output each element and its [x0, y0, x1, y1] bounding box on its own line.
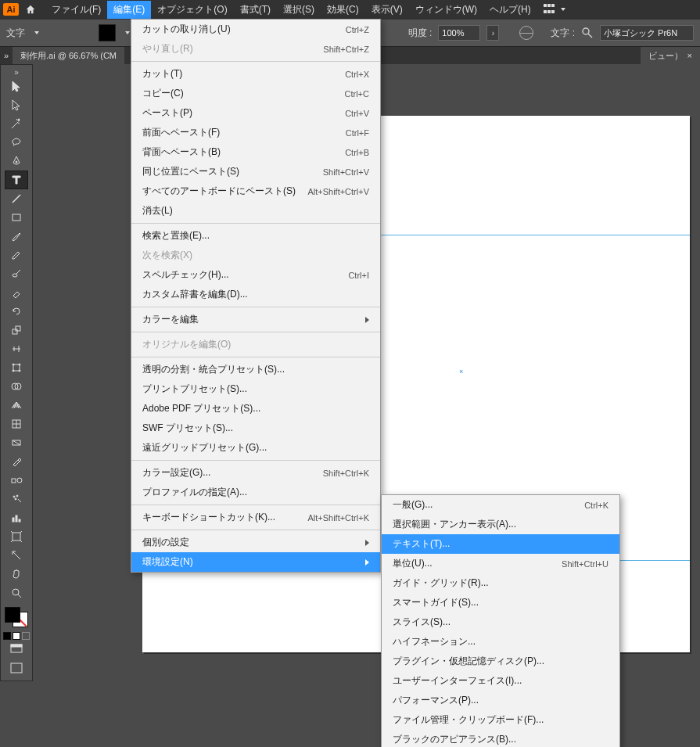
menu-effect[interactable]: 効果(C): [321, 1, 365, 19]
menu-select[interactable]: 選択(S): [277, 1, 321, 19]
document-tab-secondary[interactable]: ビュー） ×: [641, 47, 700, 64]
menu-item[interactable]: 個別の設定: [131, 533, 380, 552]
gradient-tool[interactable]: [5, 433, 28, 452]
svg-point-13: [19, 370, 20, 372]
screen-mode-tool[interactable]: [5, 640, 28, 659]
chevron-down-icon[interactable]: [125, 31, 130, 34]
menu-item-label: カスタム辞書を編集(D)...: [142, 288, 248, 301]
close-icon[interactable]: ×: [687, 51, 692, 60]
menu-item[interactable]: 検索と置換(E)...: [131, 226, 380, 246]
fill-color-swatch[interactable]: [99, 24, 116, 41]
eyedropper-tool[interactable]: [5, 452, 28, 471]
menu-item[interactable]: プロファイルの指定(A)...: [131, 483, 380, 502]
menu-edit[interactable]: 編集(E): [107, 1, 151, 19]
search-icon[interactable]: [581, 27, 594, 39]
menu-view[interactable]: 表示(V): [365, 1, 409, 19]
selection-tool[interactable]: [5, 77, 28, 95]
menu-item[interactable]: 遠近グリッドプリセット(G)...: [131, 438, 380, 458]
menu-item[interactable]: 背面へペースト(B)Ctrl+B: [131, 142, 380, 162]
menu-item[interactable]: コピー(C)Ctrl+C: [131, 84, 380, 103]
menu-item[interactable]: カットの取り消し(U)Ctrl+Z: [131, 20, 380, 39]
artboard-tool[interactable]: [5, 527, 28, 546]
document-tab[interactable]: 刺作用.ai @ 66.67% (CM: [13, 47, 124, 64]
blob-brush-tool[interactable]: [5, 264, 28, 283]
shape-builder-tool[interactable]: [5, 377, 28, 396]
menu-item[interactable]: 同じ位置にペースト(S)Shift+Ctrl+V: [131, 162, 380, 181]
menu-item[interactable]: カスタム辞書を編集(D)...: [131, 285, 380, 304]
menu-item[interactable]: カット(T)Ctrl+X: [131, 64, 380, 84]
menu-item[interactable]: ブラックのアピアランス(B)...: [382, 730, 619, 747]
menu-item[interactable]: 消去(L): [131, 201, 380, 221]
opacity-step-button[interactable]: ›: [486, 25, 499, 41]
eraser-tool[interactable]: [5, 283, 28, 302]
color-none-icon[interactable]: [22, 632, 30, 640]
change-screen-tool[interactable]: [5, 659, 28, 677]
blend-tool[interactable]: [5, 471, 28, 490]
menu-item[interactable]: ハイフネーション...: [382, 632, 619, 652]
paintbrush-tool[interactable]: [5, 227, 28, 246]
menu-item[interactable]: パフォーマンス(P)...: [382, 691, 619, 710]
lasso-tool[interactable]: [5, 133, 28, 152]
menu-item[interactable]: スライス(S)...: [382, 612, 619, 632]
mesh-tool[interactable]: [5, 415, 28, 433]
menu-item[interactable]: スペルチェック(H)...Ctrl+I: [131, 265, 380, 285]
line-tool[interactable]: [5, 189, 28, 208]
svg-rect-7: [13, 329, 17, 334]
rotate-tool[interactable]: [5, 302, 28, 321]
menu-item[interactable]: カラーを編集: [131, 310, 380, 329]
menu-item[interactable]: Adobe PDF プリセット(S)...: [131, 399, 380, 418]
color-normal-icon[interactable]: [3, 632, 11, 640]
color-gradient-icon[interactable]: [13, 632, 20, 640]
scale-tool[interactable]: [5, 321, 28, 339]
hand-tool[interactable]: [5, 565, 28, 584]
menu-item[interactable]: ガイド・グリッド(R)...: [382, 573, 619, 593]
svg-point-10: [13, 364, 14, 365]
globe-icon[interactable]: [519, 26, 533, 40]
zoom-tool[interactable]: [5, 584, 28, 602]
pencil-tool[interactable]: [5, 246, 28, 264]
symbol-sprayer-tool[interactable]: [5, 490, 28, 508]
menu-item[interactable]: 透明の分割・統合プリセット(S)...: [131, 360, 380, 379]
rectangle-tool[interactable]: [5, 208, 28, 227]
slice-tool[interactable]: [5, 546, 28, 565]
column-graph-tool[interactable]: [5, 508, 28, 527]
magic-wand-tool[interactable]: [5, 114, 28, 133]
menu-item[interactable]: スマートガイド(S)...: [382, 593, 619, 612]
menu-item[interactable]: ユーザーインターフェイス(I)...: [382, 671, 619, 691]
chevron-down-icon[interactable]: [34, 31, 39, 34]
tabs-scroll-icon[interactable]: »: [0, 51, 13, 60]
opacity-input[interactable]: [438, 25, 480, 41]
width-tool[interactable]: [5, 339, 28, 358]
pen-tool[interactable]: [5, 152, 28, 171]
menu-item[interactable]: キーボードショートカット(K)...Alt+Shift+Ctrl+K: [131, 508, 380, 527]
menu-item[interactable]: プリントプリセット(S)...: [131, 379, 380, 399]
menu-item[interactable]: すべてのアートボードにペースト(S)Alt+Shift+Ctrl+V: [131, 181, 380, 201]
menu-item[interactable]: 環境設定(N): [131, 552, 380, 572]
menu-item[interactable]: プラグイン・仮想記憶ディスク(P)...: [382, 652, 619, 671]
menu-object[interactable]: オブジェクト(O): [151, 1, 233, 19]
svg-point-22: [15, 498, 16, 500]
home-icon[interactable]: [23, 2, 38, 16]
workspace-switcher-icon[interactable]: [544, 4, 558, 15]
menu-window[interactable]: ウィンドウ(W): [409, 1, 483, 19]
fill-stroke-swatches[interactable]: [3, 605, 30, 629]
menu-item[interactable]: ファイル管理・クリップボード(F)...: [382, 710, 619, 730]
toolbox-collapse-icon[interactable]: »: [10, 68, 23, 77]
menu-item[interactable]: 選択範囲・アンカー表示(A)...: [382, 515, 619, 534]
type-tool[interactable]: [5, 171, 28, 189]
menu-type[interactable]: 書式(T): [234, 1, 277, 19]
menu-item[interactable]: ペースト(P)Ctrl+V: [131, 103, 380, 123]
fill-swatch[interactable]: [5, 607, 20, 623]
free-transform-tool[interactable]: [5, 358, 28, 377]
menu-help[interactable]: ヘルプ(H): [483, 1, 537, 19]
menu-item[interactable]: テキスト(T)...: [382, 534, 619, 554]
perspective-grid-tool[interactable]: [5, 396, 28, 415]
menu-item[interactable]: 一般(G)...Ctrl+K: [382, 495, 619, 515]
menu-item[interactable]: SWF プリセット(S)...: [131, 418, 380, 438]
menu-item[interactable]: 単位(U)...Shift+Ctrl+U: [382, 554, 619, 573]
menu-item[interactable]: 前面へペースト(F)Ctrl+F: [131, 123, 380, 142]
menu-item[interactable]: カラー設定(G)...Shift+Ctrl+K: [131, 463, 380, 483]
menu-file[interactable]: ファイル(F): [45, 1, 107, 19]
direct-selection-tool[interactable]: [5, 95, 28, 114]
font-family-input[interactable]: [600, 25, 694, 41]
